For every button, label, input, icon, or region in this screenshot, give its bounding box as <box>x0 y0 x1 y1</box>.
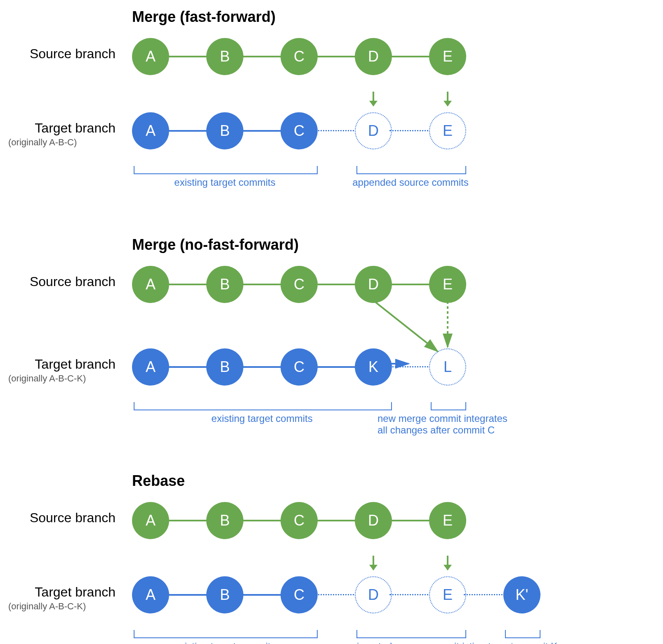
section-title: Merge (no-fast-forward) <box>132 236 655 253</box>
target-connector <box>315 366 357 368</box>
row-gap <box>8 92 655 108</box>
target-connector <box>241 594 283 596</box>
source-commit: D <box>355 266 392 303</box>
merge-arrow-down <box>447 92 448 106</box>
bracket <box>356 166 466 174</box>
bracket <box>505 630 540 638</box>
target-commit: A <box>132 112 169 149</box>
bracket-row: existing target commitsnew merge commit … <box>8 402 655 447</box>
bracket-label: appended source commits <box>348 177 473 188</box>
source-commit: A <box>132 266 169 303</box>
target-commit: C <box>281 112 318 149</box>
section-title: Merge (fast-forward) <box>132 8 655 26</box>
row-gap <box>8 556 655 572</box>
source-commit: C <box>281 266 318 303</box>
target-commit: C <box>281 576 318 613</box>
source-connector <box>389 284 432 285</box>
target-commit: B <box>206 348 243 386</box>
section-noff: Merge (no-fast-forward)Source branchABCD… <box>8 236 655 447</box>
bracket-label: existing target commits <box>125 413 399 424</box>
target-commit: K' <box>503 576 540 613</box>
source-connector <box>315 284 357 285</box>
source-connector <box>315 520 357 521</box>
target-connector <box>389 594 432 595</box>
source-commit: B <box>206 38 243 75</box>
target-label: Target branch <box>8 121 116 136</box>
target-commit: A <box>132 576 169 613</box>
target-commit-new: D <box>355 112 392 149</box>
source-row: Source branchABCDE <box>8 262 655 307</box>
source-commit: B <box>206 502 243 539</box>
source-row: Source branchABCDE <box>8 498 655 543</box>
bracket <box>134 630 318 638</box>
target-connector <box>241 130 283 132</box>
bracket <box>134 402 392 410</box>
source-commit: D <box>355 502 392 539</box>
source-commit: E <box>429 38 466 75</box>
target-connector <box>241 366 283 368</box>
source-commit: B <box>206 266 243 303</box>
target-commit-new: D <box>355 576 392 613</box>
section-rebase: RebaseSource branchABCDETarget branch(or… <box>8 472 655 644</box>
source-commit: E <box>429 266 466 303</box>
bracket <box>431 402 466 410</box>
source-commit: E <box>429 502 466 539</box>
section-ff: Merge (fast-forward)Source branchABCDETa… <box>8 8 655 211</box>
target-commit: C <box>281 348 318 386</box>
source-label: Source branch <box>8 510 116 526</box>
bracket-row: existing target commitsinserted source c… <box>8 630 655 644</box>
source-commit: A <box>132 502 169 539</box>
target-commit: A <box>132 348 169 386</box>
source-connector <box>241 284 283 285</box>
source-connector <box>315 56 357 57</box>
bracket-label: new merge commit integrates all changes … <box>378 413 518 436</box>
bracket <box>356 630 466 638</box>
target-connector <box>167 130 209 132</box>
source-connector <box>241 56 283 57</box>
target-connector <box>167 594 209 596</box>
target-commit: B <box>206 112 243 149</box>
source-connector <box>389 520 432 521</box>
source-commit: A <box>132 38 169 75</box>
target-row: Target branch(originally A-B-C)ABCDE <box>8 108 655 154</box>
rebase-arrow-down <box>373 556 374 570</box>
bracket-label: existing target commits <box>125 641 324 644</box>
bracket <box>134 166 318 174</box>
target-commit-new: E <box>429 576 466 613</box>
target-connector <box>389 366 432 367</box>
section-title: Rebase <box>132 472 655 490</box>
target-row: Target branch(originally A-B-C-K)ABCDEK' <box>8 572 655 618</box>
source-connector <box>167 56 209 57</box>
rebase-arrow-down <box>447 556 448 570</box>
target-connector <box>464 594 506 595</box>
target-commit-new: L <box>429 348 466 386</box>
target-commit-new: E <box>429 112 466 149</box>
source-commit: C <box>281 502 318 539</box>
source-connector <box>167 284 209 285</box>
target-commit: K <box>355 348 392 386</box>
target-row: Target branch(originally A-B-C-K)ABCKL <box>8 344 655 390</box>
target-connector <box>315 594 357 595</box>
target-sublabel: (originally A-B-C-K) <box>8 373 116 384</box>
source-commit: C <box>281 38 318 75</box>
bracket-label: existing target commits <box>125 177 324 188</box>
source-connector <box>167 520 209 521</box>
target-connector <box>315 130 357 131</box>
source-label: Source branch <box>8 46 116 62</box>
target-connector <box>167 366 209 368</box>
merge-arrow-down <box>373 92 374 106</box>
bracket-label: existing target commit K reapplied on E <box>452 641 592 644</box>
target-label: Target branch <box>8 585 116 600</box>
source-label: Source branch <box>8 274 116 289</box>
bracket-row: existing target commitsappended source c… <box>8 166 655 211</box>
target-sublabel: (originally A-B-C) <box>8 137 116 148</box>
source-connector <box>241 520 283 521</box>
target-connector <box>389 130 432 131</box>
target-label: Target branch <box>8 357 116 372</box>
row-gap <box>8 320 655 344</box>
source-commit: D <box>355 38 392 75</box>
target-sublabel: (originally A-B-C-K) <box>8 601 116 612</box>
target-commit: B <box>206 576 243 613</box>
source-row: Source branchABCDE <box>8 34 655 79</box>
source-connector <box>389 56 432 57</box>
